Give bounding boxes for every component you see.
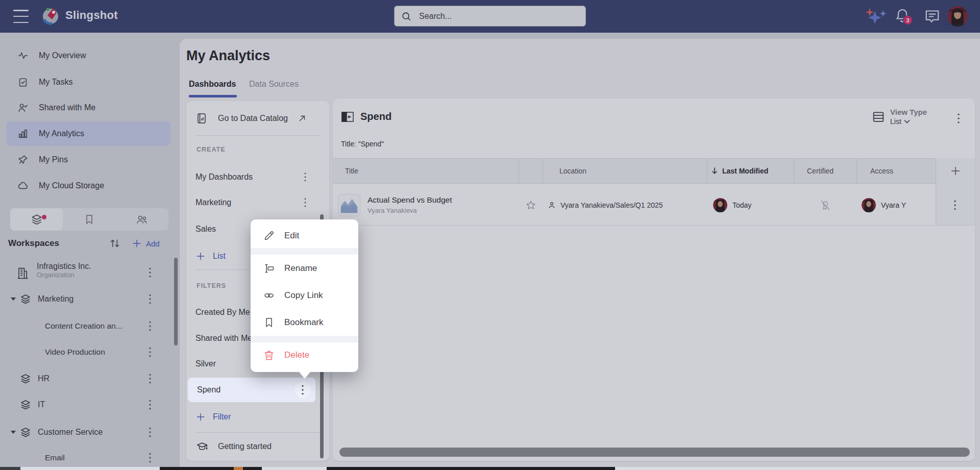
menu-item-delete[interactable]: Delete [251, 342, 358, 368]
column-header-last-modified[interactable]: Last Modified [711, 158, 768, 184]
workspace-item-it[interactable]: IT [0, 392, 174, 417]
kebab-menu-icon[interactable] [146, 452, 154, 463]
kebab-menu-icon[interactable] [302, 172, 309, 182]
workspace-label: Email [45, 453, 65, 462]
view-type-control[interactable]: View Type List [890, 108, 927, 126]
sidebar-item-my-analytics[interactable]: My Analytics [6, 121, 170, 146]
kebab-menu-icon[interactable] [146, 320, 154, 332]
row-location-cell: Vyara Yanakieva/Sales/Q1 2025 [547, 185, 705, 225]
external-link-icon [298, 114, 307, 123]
workspace-label: Video Production [45, 348, 105, 357]
divider [195, 135, 320, 136]
sidebar-item-label: My Pins [39, 155, 68, 164]
menu-item-label: Edit [284, 231, 299, 241]
search-input[interactable] [418, 11, 579, 21]
tab-bookmarks[interactable] [63, 208, 115, 231]
menu-item-label: Rename [284, 263, 317, 274]
column-header-certified[interactable]: Certified [807, 158, 834, 184]
column-divider [794, 158, 794, 184]
star-icon[interactable] [525, 200, 536, 211]
column-divider [856, 158, 857, 184]
kebab-menu-icon[interactable] [302, 197, 309, 208]
row-access-cell: Vyara Y [862, 185, 933, 225]
person-check-icon [17, 102, 29, 113]
tab-data-sources[interactable]: Data Sources [249, 80, 299, 89]
kebab-menu-icon[interactable] [146, 427, 154, 438]
menu-item-copy-link[interactable]: Copy Link [251, 282, 358, 309]
list-item-my-dashboards[interactable]: My Dashboards [186, 166, 329, 188]
sidebar-item-my-overview[interactable]: My Overview [6, 43, 170, 68]
spend-panel: Spend View Type List Title: "Spend" Titl… [333, 98, 975, 461]
row-kebab-cell[interactable] [943, 185, 967, 225]
bookmark-icon [83, 213, 95, 226]
kebab-menu-icon[interactable] [146, 399, 154, 410]
caret-down-icon[interactable] [10, 296, 16, 302]
sort-icon[interactable] [108, 237, 121, 250]
context-menu-pointer [299, 372, 310, 384]
sidebar-scrollbar[interactable] [174, 258, 178, 345]
caret-down-icon[interactable] [10, 430, 16, 435]
menu-item-rename[interactable]: Rename [251, 255, 358, 282]
chat-icon[interactable] [924, 9, 941, 24]
workspace-item-email[interactable]: Email [0, 445, 174, 470]
workspace-item-organization[interactable]: Infragistics Inc. Organization [0, 260, 174, 286]
sidebar-item-my-pins[interactable]: My Pins [6, 147, 170, 172]
add-column-button[interactable] [936, 158, 975, 184]
collapse-panel-icon[interactable] [341, 111, 354, 123]
kebab-menu-icon[interactable] [146, 267, 154, 278]
getting-started-link[interactable]: Getting started [186, 435, 329, 458]
table-row-title-cell[interactable]: Actual Spend vs Budget Vyara Yanakieva [338, 185, 517, 225]
hamburger-menu-icon[interactable] [13, 10, 29, 23]
workspace-item-customer-service[interactable]: Customer Service [0, 419, 174, 445]
menu-item-label: Bookmark [284, 317, 324, 328]
filters-section-heading: FILTERS [197, 282, 226, 289]
tab-dashboards[interactable]: Dashboards [189, 80, 236, 89]
workspace-item-hr[interactable]: HR [0, 366, 174, 391]
sidebar-item-my-tasks[interactable]: My Tasks [6, 70, 170, 94]
global-search[interactable] [394, 6, 586, 27]
go-to-data-catalog-link[interactable]: Go to Data Catalog [186, 106, 329, 131]
kebab-menu-icon[interactable] [146, 293, 154, 305]
ai-sparkles-icon[interactable] [865, 7, 888, 26]
notifications-button[interactable]: 3 [894, 8, 911, 25]
tab-members[interactable] [116, 208, 168, 231]
bottom-strip-segment [234, 467, 243, 470]
workspace-label: Marketing [38, 294, 74, 304]
kebab-menu-icon[interactable] [146, 347, 154, 358]
view-type-value: List [890, 117, 901, 126]
menu-item-bookmark[interactable]: Bookmark [251, 309, 358, 336]
row-favorite-cell[interactable] [519, 185, 543, 225]
sidebar-item-my-cloud-storage[interactable]: My Cloud Storage [6, 174, 170, 198]
filter-item-label: Spend [197, 385, 220, 394]
workspace-item-video-production[interactable]: Video Production [0, 339, 174, 365]
app-screen: Slingshot 3 [0, 0, 980, 470]
kebab-menu-icon[interactable] [951, 200, 959, 211]
horizontal-scrollbar[interactable] [339, 448, 970, 457]
menu-item-edit[interactable]: Edit [251, 224, 358, 248]
sidebar-item-shared-with-me[interactable]: Shared with Me [6, 95, 170, 120]
row-owner: Vyara Yanakieva [368, 207, 452, 214]
workspace-item-content-creation[interactable]: Content Creation an... [0, 313, 174, 339]
add-filter-button[interactable]: Filter [186, 406, 329, 428]
menu-item-label: Delete [284, 350, 309, 360]
workspace-item-marketing[interactable]: Marketing [0, 286, 174, 312]
add-workspace-button[interactable]: Add [132, 238, 160, 249]
column-header-location[interactable]: Location [559, 158, 586, 184]
page-title: My Analytics [186, 48, 270, 64]
building-icon [15, 265, 30, 281]
active-filter-chip[interactable]: Title: "Spend" [341, 140, 384, 148]
layers-icon [19, 399, 32, 411]
kebab-menu-icon[interactable] [146, 373, 154, 384]
divider [195, 432, 320, 433]
list-item-marketing[interactable]: Marketing [186, 191, 329, 214]
panel-kebab-icon[interactable] [954, 113, 963, 124]
add-filter-label: Filter [213, 412, 231, 422]
column-header-access[interactable]: Access [870, 158, 893, 184]
filter-item-spend-selected[interactable]: Spend [188, 378, 315, 402]
layers-icon [19, 373, 32, 385]
sidebar-item-label: My Analytics [39, 129, 84, 138]
tab-workspaces[interactable] [10, 208, 63, 231]
bookmark-icon [263, 316, 275, 329]
column-header-title[interactable]: Title [345, 158, 358, 184]
user-avatar[interactable] [947, 6, 968, 27]
